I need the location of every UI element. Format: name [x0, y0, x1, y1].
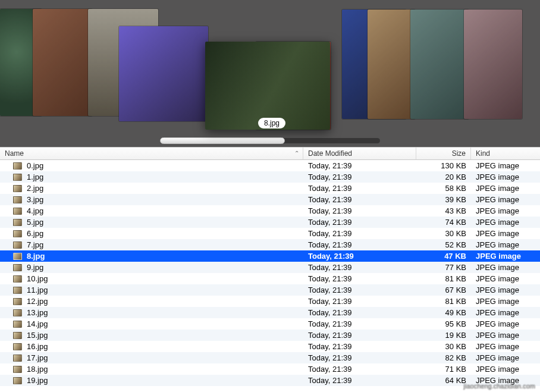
column-header-size[interactable]: Size — [416, 148, 471, 159]
thumb-right-4[interactable] — [464, 10, 522, 119]
file-rows: 0.jpgToday, 21:39130 KBJPEG image1.jpgTo… — [0, 160, 540, 392]
cell-name: 8.jpg — [0, 252, 303, 261]
file-icon — [13, 309, 22, 316]
cell-name: 15.jpg — [0, 331, 303, 340]
file-name: 8.jpg — [27, 252, 45, 261]
cell-size: 19 KB — [416, 331, 471, 340]
table-row[interactable]: 0.jpgToday, 21:39130 KBJPEG image — [0, 160, 540, 171]
cell-kind: JPEG image — [471, 353, 540, 362]
cell-name: 9.jpg — [0, 263, 303, 272]
cell-date: Today, 21:39 — [303, 331, 416, 340]
thumb-right-3[interactable] — [410, 10, 469, 119]
cell-size: 77 KB — [416, 263, 471, 272]
file-name: 4.jpg — [27, 206, 43, 215]
sort-ascending-icon: ⌃ — [294, 150, 299, 156]
table-row[interactable]: 10.jpgToday, 21:3981 KBJPEG image — [0, 273, 540, 284]
thumb-right-2[interactable] — [368, 10, 415, 119]
cell-kind: JPEG image — [471, 365, 540, 374]
table-row[interactable]: 14.jpgToday, 21:3995 KBJPEG image — [0, 318, 540, 330]
file-icon — [13, 185, 22, 192]
file-name: 17.jpg — [27, 353, 48, 362]
cell-date: Today, 21:39 — [303, 263, 416, 272]
file-name: 13.jpg — [27, 308, 48, 317]
column-header-name-label: Name — [5, 149, 24, 158]
table-row[interactable]: 16.jpgToday, 21:3930 KBJPEG image — [0, 341, 540, 352]
file-icon — [13, 275, 22, 283]
file-name: 12.jpg — [27, 297, 48, 306]
column-header-size-label: Size — [452, 149, 466, 158]
thumb-left-1[interactable] — [119, 26, 208, 121]
cell-name: 1.jpg — [0, 173, 303, 181]
cell-size: 130 KB — [416, 161, 471, 170]
table-row[interactable]: 17.jpgToday, 21:3982 KBJPEG image — [0, 352, 540, 363]
cell-kind: JPEG image — [471, 252, 540, 261]
cell-kind: JPEG image — [471, 319, 540, 328]
cell-size: 58 KB — [416, 184, 471, 193]
file-icon — [13, 287, 22, 294]
cell-date: Today, 21:39 — [303, 365, 416, 374]
table-row[interactable]: 9.jpgToday, 21:3977 KBJPEG image — [0, 262, 540, 273]
cell-kind: JPEG image — [471, 206, 540, 215]
cell-name: 13.jpg — [0, 308, 303, 317]
coverflow-preview[interactable]: 8.jpg — [0, 0, 540, 147]
table-row[interactable]: 11.jpgToday, 21:3967 KBJPEG image — [0, 284, 540, 296]
cell-size: 47 KB — [416, 252, 471, 261]
table-row[interactable]: 19.jpgToday, 21:3964 KBJPEG image — [0, 375, 540, 386]
table-row[interactable]: 18.jpgToday, 21:3971 KBJPEG image — [0, 363, 540, 375]
file-name: 16.jpg — [27, 342, 48, 351]
file-name: 5.jpg — [27, 218, 43, 227]
table-row[interactable]: 15.jpgToday, 21:3919 KBJPEG image — [0, 330, 540, 341]
table-row[interactable]: 5.jpgToday, 21:3974 KBJPEG image — [0, 217, 540, 228]
coverflow-scrubber-track[interactable] — [160, 138, 380, 143]
file-icon — [13, 321, 22, 328]
cell-name: 16.jpg — [0, 342, 303, 351]
file-name: 18.jpg — [27, 365, 48, 374]
cell-kind: JPEG image — [471, 342, 540, 351]
coverflow-scrubber-thumb[interactable] — [160, 137, 285, 144]
cell-size: 81 KB — [416, 297, 471, 306]
thumb-left-3[interactable] — [33, 9, 92, 116]
column-header-date[interactable]: Date Modified — [303, 148, 416, 159]
cell-kind: JPEG image — [471, 229, 540, 238]
file-name: 15.jpg — [27, 331, 48, 340]
cell-date: Today, 21:39 — [303, 308, 416, 317]
table-row[interactable]: 4.jpgToday, 21:3943 KBJPEG image — [0, 205, 540, 217]
table-row[interactable]: 7.jpgToday, 21:3952 KBJPEG image — [0, 239, 540, 250]
file-icon — [13, 174, 22, 181]
file-icon — [13, 355, 22, 362]
cell-size: 67 KB — [416, 286, 471, 294]
column-header-kind[interactable]: Kind — [471, 148, 540, 159]
table-row[interactable]: 2.jpgToday, 21:3958 KBJPEG image — [0, 183, 540, 194]
column-header-name[interactable]: Name ⌃ — [0, 148, 303, 159]
table-row[interactable]: 8.jpgToday, 21:3947 KBJPEG image — [0, 250, 540, 262]
thumb-center[interactable] — [205, 42, 330, 130]
cell-name: 5.jpg — [0, 218, 303, 227]
table-row[interactable]: 6.jpgToday, 21:3930 KBJPEG image — [0, 228, 540, 239]
coverflow-filename-pill: 8.jpg — [258, 118, 285, 128]
table-row[interactable]: 13.jpgToday, 21:3949 KBJPEG image — [0, 307, 540, 318]
file-icon — [13, 332, 22, 339]
cell-date: Today, 21:39 — [303, 286, 416, 294]
file-name: 1.jpg — [27, 173, 43, 181]
cell-date: Today, 21:39 — [303, 184, 416, 193]
column-header-kind-label: Kind — [476, 149, 490, 158]
table-row[interactable]: 3.jpgToday, 21:3939 KBJPEG image — [0, 194, 540, 205]
cell-date: Today, 21:39 — [303, 353, 416, 362]
cell-date: Today, 21:39 — [303, 161, 416, 170]
file-name: 19.jpg — [27, 376, 48, 385]
cell-date: Today, 21:39 — [303, 376, 416, 385]
column-headers: Name ⌃ Date Modified Size Kind — [0, 147, 540, 160]
file-icon — [13, 230, 22, 237]
file-name: 6.jpg — [27, 229, 43, 238]
cell-date: Today, 21:39 — [303, 173, 416, 181]
cell-date: Today, 21:39 — [303, 218, 416, 227]
file-icon — [13, 162, 22, 170]
cell-kind: JPEG image — [471, 376, 540, 385]
table-row[interactable]: 1.jpgToday, 21:3920 KBJPEG image — [0, 171, 540, 183]
cell-date: Today, 21:39 — [303, 229, 416, 238]
table-row[interactable]: 12.jpgToday, 21:3981 KBJPEG image — [0, 296, 540, 307]
cell-date: Today, 21:39 — [303, 297, 416, 306]
file-icon — [13, 219, 22, 226]
cell-size: 82 KB — [416, 353, 471, 362]
cell-date: Today, 21:39 — [303, 319, 416, 328]
